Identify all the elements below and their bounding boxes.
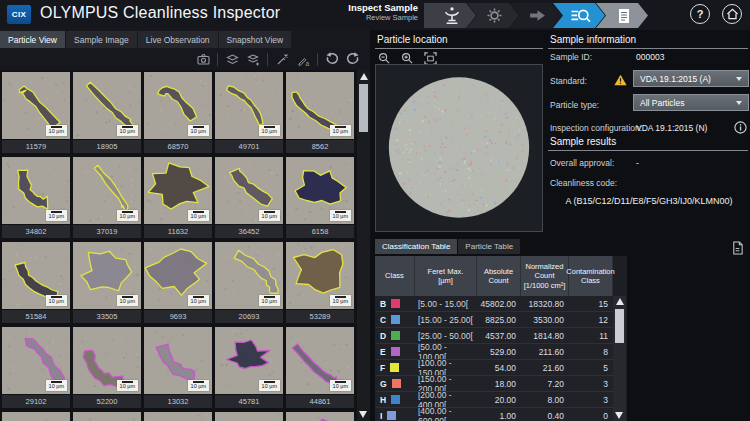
particle-thumbnail[interactable]: 10 µm [215, 412, 283, 421]
overall-approval-value: - [636, 158, 639, 168]
info-icon[interactable] [734, 120, 747, 133]
tab-sample-image[interactable]: Sample Image [66, 31, 137, 48]
scrollbar-thumb[interactable] [359, 84, 368, 132]
particle-thumbnail[interactable]: 10 µm49701 [215, 72, 283, 153]
particle-thumbnail[interactable]: 10 µm33505 [73, 242, 141, 323]
particle-id: 18905 [73, 140, 141, 153]
stack-add-icon[interactable] [246, 52, 260, 66]
particle-thumbnail[interactable]: 10 µm37019 [73, 157, 141, 238]
particle-thumbnail[interactable]: 10 µm8562 [286, 72, 354, 153]
delete-x-icon[interactable] [275, 52, 289, 66]
tab-classification-table[interactable]: Classification Table [375, 239, 457, 254]
camera-icon[interactable] [196, 52, 210, 66]
absolute-count: 45802.00 [477, 296, 521, 311]
particle-thumbnail[interactable]: 10 µm34802 [2, 157, 70, 238]
scale-bar-label: 10 µm [259, 210, 280, 221]
scale-bar-label: 10 µm [330, 295, 351, 306]
particle-thumbnail[interactable]: 10 µm [2, 412, 70, 421]
classification-row-E[interactable]: E[50.00 - 100.00[529.00211.608 [375, 344, 613, 360]
sample-id-value: 000003 [636, 52, 664, 62]
feret-range: [15.00 - 25.00[ [415, 312, 477, 327]
scale-bar-label: 10 µm [46, 125, 67, 136]
particle-thumbnail[interactable]: 10 µm6158 [286, 157, 354, 238]
particle-thumbnail[interactable]: 10 µm13032 [144, 327, 212, 408]
classification-row-G[interactable]: G[150.00 - 200.00[18.007.203 [375, 376, 613, 392]
scrollbar-thumb[interactable] [615, 309, 624, 343]
classification-row-D[interactable]: D[25.00 - 50.00[4537.001814.8011 [375, 328, 613, 344]
particle-thumbnail[interactable]: 10 µm [73, 412, 141, 421]
classification-row-H[interactable]: H[200.00 - 400.00[20.008.003 [375, 392, 613, 408]
column-header[interactable]: Feret Max. [µm] [415, 256, 477, 296]
fit-view-icon[interactable] [423, 51, 437, 65]
zoom-out-icon[interactable] [377, 51, 391, 65]
export-report-icon[interactable] [731, 241, 745, 256]
particle-thumbnail[interactable]: 10 µm [286, 412, 354, 421]
particle-thumbnail[interactable]: 10 µm [144, 412, 212, 421]
particle-thumbnail[interactable]: 10 µm45781 [215, 327, 283, 408]
particle-thumbnail[interactable]: 10 µm18905 [73, 72, 141, 153]
scale-bar-label: 10 µm [188, 125, 209, 136]
particle-location-viewer[interactable] [375, 64, 543, 232]
pen-a-icon[interactable]: a [296, 52, 310, 66]
particle-id: 68570 [144, 140, 212, 153]
workflow-step-1-balance-icon[interactable] [424, 3, 476, 28]
particle-thumbnail[interactable]: 10 µm29102 [2, 327, 70, 408]
scroll-down-icon[interactable] [359, 411, 367, 418]
scroll-up-icon[interactable] [616, 298, 624, 305]
particle-id: 44861 [286, 395, 354, 408]
particle-thumbnail[interactable]: 10 µm11579 [2, 72, 70, 153]
normalized-count: 18320.80 [521, 296, 569, 311]
normalized-count: 8.00 [521, 392, 569, 407]
column-header[interactable]: Absolute Count [477, 256, 521, 296]
particle-id: 49701 [215, 140, 283, 153]
stack-icon[interactable] [225, 52, 239, 66]
particle-thumbnail[interactable]: 10 µm9693 [144, 242, 212, 323]
classification-row-I[interactable]: I[400.00 - 600.00[1.000.400 [375, 408, 613, 421]
particle-thumbnail[interactable]: 10 µm52200 [73, 327, 141, 408]
particle-thumbnail[interactable]: 10 µm51584 [2, 242, 70, 323]
particle-thumbnail[interactable]: 10 µm53289 [286, 242, 354, 323]
undo-icon[interactable] [325, 52, 339, 66]
scroll-up-icon[interactable] [360, 73, 368, 80]
tab-snapshot-view[interactable]: Snapshot View [219, 31, 292, 48]
home-button[interactable] [722, 4, 742, 24]
particle-thumbnail[interactable]: 10 µm68570 [144, 72, 212, 153]
class-color-swatch [392, 379, 401, 388]
particle-thumbnail[interactable]: 10 µm11632 [144, 157, 212, 238]
redo-icon[interactable] [346, 52, 360, 66]
question-mark-icon: ? [697, 8, 704, 20]
scale-bar-label: 10 µm [330, 380, 351, 391]
class-letter: H [380, 395, 386, 405]
scale-bar-label: 10 µm [188, 295, 209, 306]
table-scrollbar[interactable] [613, 296, 626, 421]
absolute-count: 1.00 [477, 408, 521, 421]
help-button[interactable]: ? [690, 4, 710, 24]
zoom-in-icon[interactable] [400, 51, 414, 65]
column-header[interactable]: Normalized Count [1/1000 cm²] [521, 256, 569, 296]
standard-value: VDA 19.1:2015 (A) [640, 74, 711, 84]
particle-thumbnail[interactable]: 10 µm36452 [215, 157, 283, 238]
normalized-count: 21.60 [521, 360, 569, 375]
particle-type-dropdown[interactable]: All Particles [633, 94, 749, 111]
classification-row-C[interactable]: C[15.00 - 25.00[8825.003530.0012 [375, 312, 613, 328]
particle-id: 29102 [2, 395, 70, 408]
class-letter: C [380, 315, 386, 325]
feret-range: [5.00 - 15.00[ [415, 296, 477, 311]
particle-thumbnail[interactable]: 10 µm20693 [215, 242, 283, 323]
particle-id: 11579 [2, 140, 70, 153]
scroll-down-icon[interactable] [615, 412, 623, 419]
tab-live-observation[interactable]: Live Observation [138, 31, 218, 48]
particle-thumbnail[interactable]: 10 µm44861 [286, 327, 354, 408]
classification-row-F[interactable]: F[100.00 - 150.00[54.0021.605 [375, 360, 613, 376]
absolute-count: 529.00 [477, 344, 521, 359]
column-header[interactable]: Class [375, 256, 415, 296]
standard-dropdown[interactable]: VDA 19.1:2015 (A) [633, 70, 749, 87]
column-header[interactable]: Contamination Class [569, 256, 613, 296]
scale-bar-label: 10 µm [46, 210, 67, 221]
classification-row-B[interactable]: B[5.00 - 15.00[45802.0018320.8015 [375, 296, 613, 312]
particle-grid-scrollbar[interactable] [357, 70, 370, 421]
tab-particle-table[interactable]: Particle Table [458, 239, 520, 254]
normalized-count: 1814.80 [521, 328, 569, 343]
tab-particle-view[interactable]: Particle View [0, 31, 65, 48]
app-title: OLYMPUS Cleanliness Inspector [40, 4, 280, 22]
